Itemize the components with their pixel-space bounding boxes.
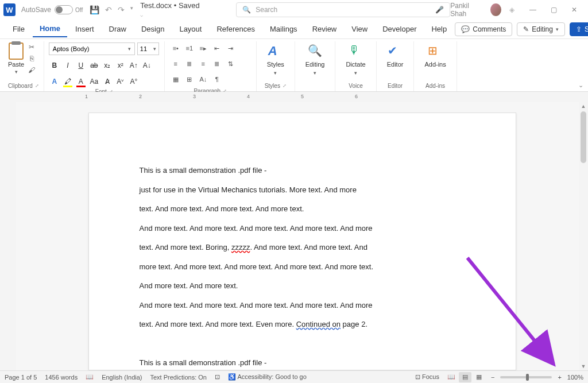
autosave-toggle[interactable]: AutoSave Off	[21, 5, 83, 14]
sort-button[interactable]: A↓	[197, 73, 210, 85]
scroll-down-icon[interactable]: ▼	[579, 363, 588, 369]
user-name[interactable]: Pankil Shah	[450, 2, 482, 18]
accessibility-status[interactable]: ♿ Accessibility: Good to go	[228, 373, 307, 381]
doc-text[interactable]	[140, 338, 465, 350]
web-layout-button[interactable]: ▦	[473, 372, 485, 382]
doc-text[interactable]: text. And more text. And more text. And …	[140, 203, 465, 215]
format-painter-button[interactable]: 🖌	[26, 65, 37, 75]
horizontal-ruler[interactable]: 123456	[0, 92, 588, 102]
doc-text[interactable]: And more text. And more text. And more t…	[140, 223, 465, 234]
font-color-button[interactable]: A	[75, 76, 87, 87]
doc-text[interactable]: more text. And more text. And more text.…	[140, 261, 465, 273]
show-marks-button[interactable]: ¶	[211, 73, 223, 85]
paste-button[interactable]: Paste ▾	[8, 42, 24, 75]
zoom-in-button[interactable]: +	[558, 374, 561, 381]
clipboard-launcher[interactable]: ⤢	[35, 83, 39, 88]
read-mode-button[interactable]: 📖	[445, 372, 458, 382]
maximize-button[interactable]: ▢	[543, 2, 564, 18]
numbering-button[interactable]: ≡1	[183, 42, 196, 54]
clear-format-button[interactable]: A̷	[102, 76, 113, 87]
decrease-indent-button[interactable]: ⇤	[211, 42, 223, 54]
vertical-ruler[interactable]	[0, 102, 16, 370]
tab-draw[interactable]: Draw	[102, 21, 133, 37]
shrink-font-button[interactable]: A↓	[141, 60, 153, 71]
zoom-out-button[interactable]: −	[491, 374, 494, 381]
tab-references[interactable]: References	[210, 21, 261, 37]
text-effects-button[interactable]: A	[49, 76, 60, 87]
document-title[interactable]: Test.docx • Saved ⌵	[140, 1, 202, 18]
display-settings-icon[interactable]: ⊡	[215, 373, 220, 381]
doc-text[interactable]: text. And more text. Boring, zzzzz. And …	[140, 242, 465, 253]
save-icon[interactable]: 💾	[90, 5, 99, 14]
justify-button[interactable]: ≣	[211, 58, 223, 69]
redo-icon[interactable]: ↷	[118, 5, 125, 14]
align-left-button[interactable]: ≡	[169, 58, 182, 69]
bold-button[interactable]: B	[49, 60, 60, 71]
user-avatar[interactable]	[490, 3, 501, 16]
doc-text[interactable]: This is a small demonstration .pdf file …	[140, 165, 465, 176]
search-input[interactable]: 🔍 Search 🎤	[236, 2, 450, 17]
change-case-button[interactable]: Aa	[88, 76, 100, 87]
increase-indent-button[interactable]: ⇥	[225, 42, 237, 54]
styles-launcher[interactable]: ⤢	[283, 83, 287, 88]
grammar-suggestion[interactable]: Continued on	[296, 320, 341, 328]
doc-text[interactable]: just for use in the Virtual Mechanics tu…	[140, 184, 465, 196]
doc-text[interactable]: text. And more text. And more text. Even…	[140, 319, 465, 330]
zoom-slider[interactable]	[500, 376, 552, 378]
scroll-up-icon[interactable]: ▲	[579, 103, 588, 109]
focus-mode-button[interactable]: ⊡ Focus	[415, 373, 439, 381]
superscript-button[interactable]: x²	[115, 60, 126, 71]
copy-button[interactable]: ⎘	[26, 54, 37, 63]
text-predictions[interactable]: Text Predictions: On	[150, 374, 206, 381]
dictate-button[interactable]: 🎙Dictate▾	[340, 42, 371, 77]
tab-layout[interactable]: Layout	[172, 21, 208, 37]
document-page[interactable]: This is a small demonstration .pdf file …	[88, 113, 516, 370]
align-right-button[interactable]: ≡	[197, 58, 210, 69]
collapse-ribbon-button[interactable]: ⌄	[578, 82, 583, 89]
mic-icon[interactable]: 🎤	[435, 6, 444, 14]
qat-dropdown-icon[interactable]: ▾	[130, 5, 133, 14]
line-spacing-button[interactable]: ⇅	[225, 58, 237, 69]
tab-help[interactable]: Help	[424, 21, 454, 37]
zoom-level[interactable]: 100%	[567, 374, 583, 381]
editing-button[interactable]: 🔍Editing▾	[300, 42, 331, 77]
char-border-button[interactable]: A°	[128, 76, 140, 87]
vertical-scrollbar[interactable]: ▲ ▼	[579, 102, 588, 370]
tab-mailings[interactable]: Mailings	[263, 21, 304, 37]
highlight-button[interactable]: 🖍	[62, 76, 74, 87]
grow-font-button[interactable]: A↑	[128, 60, 140, 71]
tab-file[interactable]: File	[6, 21, 32, 37]
spelling-error[interactable]: zzzzz	[231, 243, 250, 252]
font-size-select[interactable]: 11▾	[137, 42, 159, 55]
language-indicator[interactable]: English (India)	[102, 374, 142, 381]
shading-button[interactable]: ▦	[169, 73, 182, 85]
diamond-icon[interactable]: ◈	[509, 6, 514, 14]
strikethrough-button[interactable]: ab	[88, 60, 100, 71]
styles-button[interactable]: AStyles▾	[261, 42, 290, 77]
doc-text[interactable]: And more text. And more text. And more t…	[140, 300, 465, 311]
page-indicator[interactable]: Page 1 of 5	[5, 374, 37, 381]
italic-button[interactable]: I	[62, 60, 74, 71]
tab-developer[interactable]: Developer	[376, 21, 423, 37]
align-center-button[interactable]: ≣	[183, 58, 196, 69]
spellcheck-icon[interactable]: 📖	[86, 373, 94, 381]
editor-button[interactable]: ✔Editor	[381, 42, 409, 69]
tab-review[interactable]: Review	[305, 21, 344, 37]
scrollbar-thumb[interactable]	[581, 111, 586, 163]
doc-text[interactable]: And more text. And more text.	[140, 280, 465, 292]
comments-button[interactable]: 💬Comments	[455, 22, 512, 36]
tab-design[interactable]: Design	[134, 21, 171, 37]
addins-button[interactable]: ⊞Add-ins	[419, 42, 451, 69]
share-button[interactable]: ⇪Share▾	[570, 22, 588, 36]
cut-button[interactable]: ✂	[26, 42, 37, 52]
tab-home[interactable]: Home	[33, 21, 67, 37]
subscript-button[interactable]: x₂	[102, 60, 113, 71]
multilevel-button[interactable]: ≡▸	[197, 42, 210, 54]
print-layout-button[interactable]: ▤	[459, 372, 471, 382]
bullets-button[interactable]: ≡•	[169, 42, 182, 54]
undo-icon[interactable]: ↶	[105, 5, 112, 14]
word-count[interactable]: 1456 words	[45, 374, 78, 381]
doc-text[interactable]: This is a small demonstration .pdf file …	[140, 357, 465, 369]
tab-view[interactable]: View	[345, 21, 374, 37]
tab-insert[interactable]: Insert	[68, 21, 101, 37]
